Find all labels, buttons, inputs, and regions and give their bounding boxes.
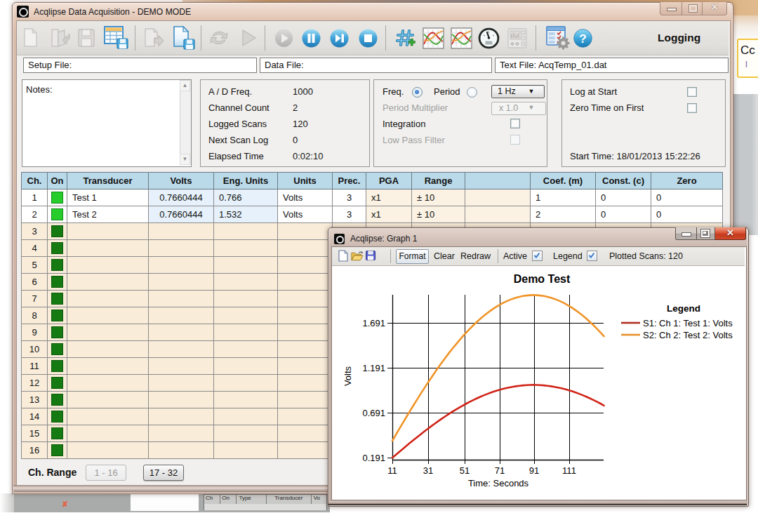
svg-text:Demo Test: Demo Test	[514, 273, 571, 285]
svg-text:31: 31	[423, 465, 433, 476]
svg-text:1.191: 1.191	[362, 363, 385, 373]
svg-text:0.191: 0.191	[362, 453, 385, 463]
svg-text:91: 91	[529, 465, 539, 476]
svg-text:S1: Ch 1: Test 1: Volts: S1: Ch 1: Test 1: Volts	[643, 318, 733, 328]
svg-text:71: 71	[495, 465, 505, 476]
svg-text:0.691: 0.691	[362, 408, 385, 418]
svg-text:51: 51	[460, 465, 470, 476]
svg-text:11: 11	[387, 465, 397, 476]
svg-text:Volts: Volts	[343, 366, 353, 386]
svg-text:Time: Seconds: Time: Seconds	[468, 478, 529, 488]
svg-text:?: ?	[579, 32, 586, 46]
svg-text:S2: Ch 2: Test 2: Volts: S2: Ch 2: Test 2: Volts	[643, 330, 733, 340]
svg-text:Legend: Legend	[667, 303, 700, 314]
svg-text:1.691: 1.691	[362, 318, 385, 328]
svg-text:111: 111	[562, 465, 576, 476]
